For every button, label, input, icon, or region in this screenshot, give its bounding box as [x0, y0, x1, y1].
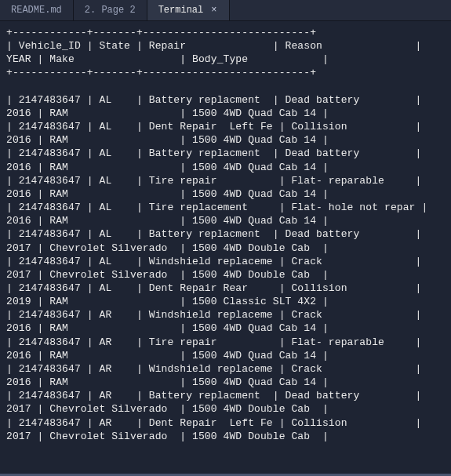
tab-page2[interactable]: 2. Page 2 [74, 0, 147, 20]
tab-terminal[interactable]: Terminal × [147, 0, 231, 20]
terminal-panel[interactable]: +------------+-------+------------------… [0, 21, 451, 476]
close-icon[interactable]: × [209, 5, 218, 16]
tab-label: 2. Page 2 [85, 5, 136, 16]
terminal-output: +------------+-------+------------------… [6, 26, 445, 443]
tab-label: Terminal [158, 5, 204, 16]
tab-readme[interactable]: README.md [0, 0, 74, 20]
tab-label: README.md [11, 5, 62, 16]
tab-bar: README.md 2. Page 2 Terminal × [0, 0, 451, 21]
